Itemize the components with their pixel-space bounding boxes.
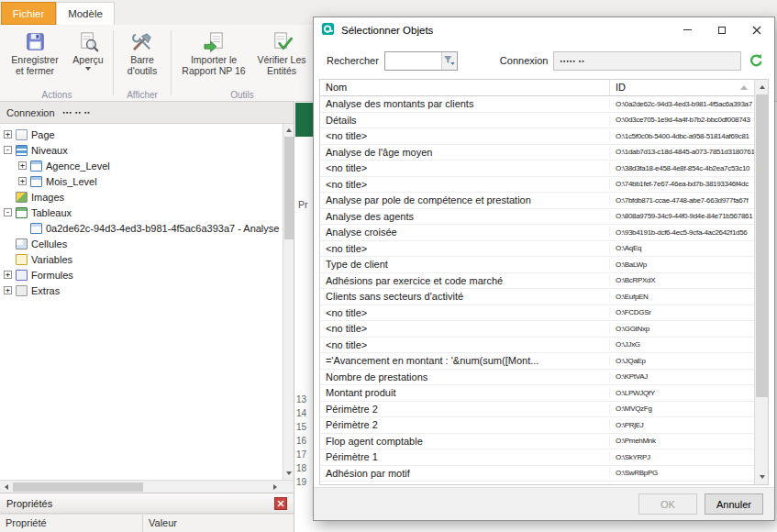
tree-item-label: 0a2de62c-94d3-4ed3-b981-4f5ac6a393a7 - A…	[46, 223, 283, 234]
ok-button[interactable]: OK	[638, 493, 697, 515]
column-header-nom[interactable]: Nom	[320, 80, 610, 95]
dialog-footer: OK Annuler	[314, 487, 774, 520]
column-header-valeur[interactable]: Valeur	[143, 515, 294, 532]
table-row[interactable]: Périmètre 2 O:\PRjEJ	[320, 417, 768, 434]
object-name-cell: Périmètre 2	[320, 419, 610, 430]
preview-icon	[77, 29, 100, 53]
dialog-title: Sélectionner Objets	[341, 25, 433, 36]
expander-icon[interactable]: -	[4, 146, 12, 154]
table-row[interactable]: Nombre de prestations O:\KPtVAJ	[320, 370, 768, 386]
close-icon[interactable]	[274, 497, 287, 510]
scrollbar-thumb[interactable]	[756, 94, 768, 397]
tree-vertical-scrollbar[interactable]	[283, 124, 294, 480]
table-row[interactable]: <no title> O:\AqEq	[320, 241, 768, 258]
tree-item[interactable]: Variables	[0, 251, 283, 267]
maximize-button[interactable]	[705, 17, 739, 42]
cancel-button[interactable]: Annuler	[705, 493, 763, 515]
scroll-left-arrow-icon[interactable]	[1, 481, 12, 493]
table-row[interactable]: Montant produit O:\LPWJQfY	[320, 385, 768, 402]
expander-icon[interactable]: -	[4, 208, 12, 216]
sheet-row-number: 17	[296, 448, 306, 461]
object-id-cell: O:\BcRPXdX	[610, 276, 768, 284]
table-row[interactable]: Périmètre 2 O:\MVQzFg	[320, 402, 768, 418]
variables-icon	[16, 254, 28, 265]
expander-icon[interactable]: +	[18, 161, 27, 170]
object-id-cell: O:\PRjEJ	[610, 421, 768, 429]
table-row[interactable]: <no title> O:\1c5f0c0b-5400-4dbc-a958-51…	[320, 128, 768, 145]
preview-button[interactable]: Aperçu	[66, 26, 110, 86]
expander-icon[interactable]: +	[4, 286, 12, 294]
import-report-button[interactable]: Importer le Rapport NP 16	[174, 26, 253, 86]
scroll-up-arrow-icon[interactable]	[755, 82, 769, 93]
dialog-title-bar[interactable]: Sélectionner Objets	[314, 17, 774, 42]
table-row[interactable]: <no title> O:\TETT-T	[320, 482, 768, 484]
object-name-cell: Analyse des montants par clients	[320, 98, 610, 109]
table-row[interactable]: Analyse croisée O:\93b4191b-dcf6-4ec5-9c…	[320, 225, 768, 241]
tab-modele[interactable]: Modèle	[56, 2, 115, 25]
verify-entities-button[interactable]: Vérifier Les Entités	[253, 26, 310, 86]
column-header-propriete[interactable]: Propriété	[0, 515, 143, 532]
tree-item[interactable]: Images	[0, 189, 283, 205]
table-row[interactable]: <no title> O:\FCDGSr	[320, 305, 768, 322]
expander-icon[interactable]: +	[4, 130, 12, 139]
sheet-partial-text: Pr	[298, 199, 308, 210]
table-row[interactable]: <no title> O:\JJxG	[320, 338, 768, 354]
table-row[interactable]: Type de client O:\BaLWp	[320, 257, 768, 273]
tab-fichier[interactable]: Fichier	[1, 2, 56, 25]
connection-field[interactable]: ▪▪▪▪▪ ▪▪	[553, 51, 741, 71]
table-row[interactable]: Analyse de l'âge moyen O:\1dab7d13-c18d-…	[320, 145, 768, 161]
tree-item[interactable]: + Formules	[0, 267, 283, 283]
tree-horizontal-scrollbar[interactable]	[0, 480, 294, 493]
expander-icon[interactable]: +	[18, 177, 27, 185]
expander-icon[interactable]: +	[4, 271, 12, 279]
sort-ascending-icon	[740, 85, 748, 90]
table-row[interactable]: Adhésion par motif O:\SwRBpPG	[320, 466, 768, 482]
tree-item-label: Images	[31, 192, 64, 203]
table-vertical-scrollbar[interactable]	[754, 80, 768, 484]
table-row[interactable]: Analyse des agents O:\808a9759-34c9-44f0…	[320, 209, 768, 226]
ribbon-group-afficher: Barre d'outils Afficher	[115, 26, 170, 101]
scroll-up-arrow-icon[interactable]	[283, 125, 294, 136]
close-button[interactable]	[739, 17, 774, 42]
table-row[interactable]: Adhésions par exercice et code marché O:…	[320, 273, 768, 290]
tree-item[interactable]: + Extras	[0, 283, 283, 298]
save-and-close-button[interactable]: Enregistrer et fermer	[4, 26, 66, 86]
table-row[interactable]: Analyse des montants par clients O:\0a2d…	[320, 96, 768, 113]
close-icon	[752, 26, 761, 35]
object-tree: + Page - Niveaux + Agence_Level + Mois_L…	[0, 124, 283, 480]
scrollbar-thumb[interactable]	[284, 137, 294, 239]
tree-item[interactable]: 0a2de62c-94d3-4ed3-b981-4f5ac6a393a7 - A…	[0, 220, 283, 236]
dialog-app-icon	[321, 22, 335, 38]
tree-item[interactable]: - Tableaux	[0, 205, 283, 220]
minimize-button[interactable]	[670, 17, 705, 42]
ribbon-button-label: Importer le Rapport NP 16	[178, 54, 250, 77]
scrollbar-thumb[interactable]	[13, 482, 143, 492]
table-row[interactable]: Détails O:\0d3ce705-1e9d-4a4f-b7b2-bbc0d…	[320, 113, 768, 129]
cells-icon	[16, 238, 28, 249]
table-row[interactable]: <no title> O:\74bb1fef-7e67-46ea-bd7b-38…	[320, 177, 768, 194]
object-id-cell: O:\PmehMnk	[610, 437, 768, 445]
tree-item[interactable]: + Page	[0, 127, 283, 142]
scroll-down-arrow-icon[interactable]	[755, 471, 769, 482]
table-row[interactable]: Flop agent comptable O:\PmehMnk	[320, 434, 768, 450]
filter-button[interactable]	[441, 52, 457, 70]
table-row[interactable]: <no title> O:\38d3fa18-e458-4e8f-854c-4b…	[320, 161, 768, 177]
object-id-cell: O:\JQaEp	[610, 357, 768, 365]
tree-item[interactable]: Cellules	[0, 236, 283, 251]
search-input[interactable]	[385, 52, 441, 70]
connection-bar-value[interactable]: ▪▪▪ ▪▪ ▪▪	[63, 109, 91, 116]
table-row[interactable]: Clients sans secteurs d'activité O:\Eufp…	[320, 289, 768, 305]
tree-item[interactable]: + Agence_Level	[0, 158, 283, 173]
tree-item-label: Cellules	[31, 238, 67, 249]
level-icon	[30, 161, 42, 172]
toolbar-button[interactable]: Barre d'outils	[117, 26, 168, 86]
table-row[interactable]: Périmètre 1 O:\SkYRPJ	[320, 449, 768, 466]
scroll-down-arrow-icon[interactable]	[283, 468, 294, 479]
tree-item[interactable]: + Mois_Level	[0, 173, 283, 189]
tree-item[interactable]: - Niveaux	[0, 142, 283, 158]
refresh-connection-button[interactable]	[745, 50, 767, 72]
table-row[interactable]: ='Avancement en montant : '&num(sum([Mon…	[320, 353, 768, 370]
scroll-right-arrow-icon[interactable]	[270, 481, 281, 493]
table-row[interactable]: <no title> O:\GGtNxp	[320, 321, 768, 338]
table-row[interactable]: Analyse par pole de compétence et presta…	[320, 193, 768, 209]
